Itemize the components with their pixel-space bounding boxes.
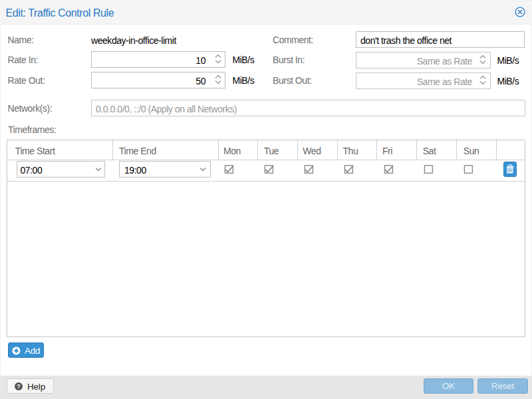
- svg-text:?: ?: [17, 383, 21, 390]
